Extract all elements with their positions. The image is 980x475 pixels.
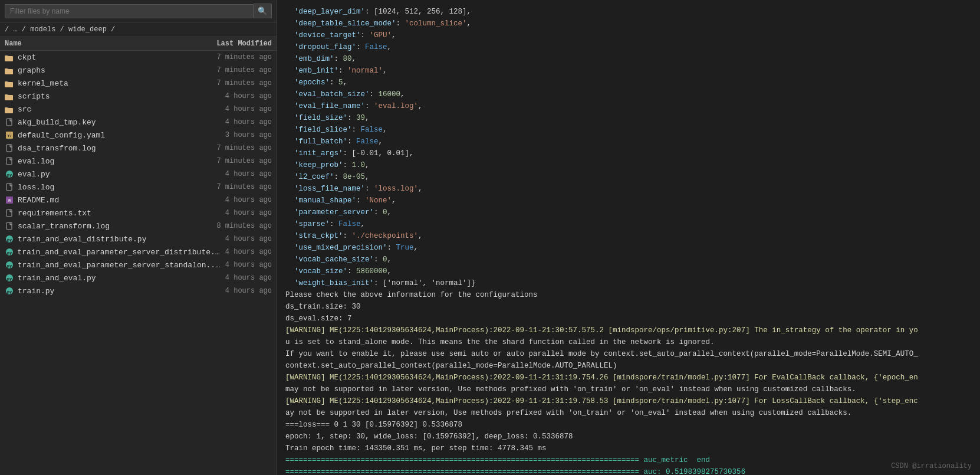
file-modified: 4 hours ago [221, 170, 272, 178]
svg-text:py: py [7, 277, 12, 281]
python-file-icon: py [5, 234, 14, 244]
file-name: loss.log [18, 183, 54, 192]
file-name: graphs [18, 66, 45, 75]
file-name: train.py [18, 287, 54, 296]
list-item[interactable]: requirements.txt4 hours ago [0, 207, 277, 220]
list-item[interactable]: py train_and_eval_distribute.py4 hours a… [0, 232, 277, 245]
python-file-icon: py [5, 260, 14, 270]
list-item[interactable]: py train_and_eval_parameter_server_stand… [0, 258, 277, 271]
file-name: README.md [18, 196, 59, 205]
python-file-icon: py [5, 286, 14, 296]
file-name: requirements.txt [18, 209, 91, 218]
svg-text:M: M [8, 198, 11, 202]
list-item[interactable]: ckpt7 minutes ago [0, 51, 277, 64]
file-icon [5, 156, 14, 166]
file-icon [5, 208, 14, 218]
list-item[interactable]: Y: default_config.yaml3 hours ago [0, 129, 277, 142]
folder-icon [5, 53, 14, 62]
svg-text:py: py [6, 251, 12, 255]
search-icon-button[interactable]: 🔍 [254, 4, 272, 18]
svg-rect-14 [5, 107, 8, 109]
file-modified: 4 hours ago [221, 105, 272, 113]
file-modified: 7 minutes ago [212, 53, 272, 61]
file-name: train_and_eval_distribute.py [18, 235, 146, 244]
file-name: dsa_transfrom.log [18, 144, 96, 153]
column-name: Name [5, 40, 22, 48]
list-item[interactable]: scripts4 hours ago [0, 90, 277, 103]
svg-rect-8 [5, 81, 8, 83]
list-item[interactable]: py eval.py4 hours ago [0, 168, 277, 181]
list-item[interactable]: py train_and_eval_parameter_server_distr… [0, 245, 277, 258]
search-input[interactable] [5, 4, 254, 18]
file-name: akg_build_tmp.key [18, 118, 96, 127]
file-modified: 4 hours ago [221, 118, 272, 126]
file-modified: 4 hours ago [221, 196, 272, 204]
folder-icon [5, 91, 14, 101]
markdown-file-icon: M [5, 195, 14, 205]
console-output: 'deep_layer_dim': [1024, 512, 256, 128],… [277, 0, 980, 475]
svg-rect-5 [5, 68, 8, 70]
svg-text:py: py [7, 173, 12, 178]
file-name: eval.log [18, 157, 54, 166]
console-text: 'deep_layer_dim': [1024, 512, 256, 128],… [285, 6, 972, 475]
file-modified: 3 hours ago [221, 131, 272, 139]
python-file-icon: py [5, 169, 14, 179]
file-modified: 4 hours ago [221, 248, 272, 256]
file-modified: 4 hours ago [221, 261, 272, 269]
search-bar: 🔍 [0, 0, 277, 22]
file-modified: 4 hours ago [221, 274, 272, 282]
file-name: scripts [18, 92, 50, 101]
list-item[interactable]: akg_build_tmp.key4 hours ago [0, 116, 277, 129]
file-modified: 7 minutes ago [212, 157, 272, 165]
svg-text:Y:: Y: [8, 134, 12, 137]
file-explorer-panel: 🔍 / … / models / wide_deep / Name Last M… [0, 0, 277, 475]
svg-rect-2 [5, 55, 8, 57]
list-item[interactable]: py train_and_eval.py4 hours ago [0, 271, 277, 284]
file-name: src [18, 105, 31, 114]
file-modified: 7 minutes ago [212, 79, 272, 87]
list-item[interactable]: kernel_meta7 minutes ago [0, 77, 277, 90]
file-icon [5, 182, 14, 192]
watermark: CSDN @irrationality [891, 462, 972, 470]
file-modified: 4 hours ago [221, 92, 272, 100]
file-name: eval.py [18, 170, 50, 179]
python-file-icon: py [5, 247, 14, 257]
file-modified: 7 minutes ago [212, 66, 272, 74]
file-icon [5, 143, 14, 153]
list-item[interactable]: graphs7 minutes ago [0, 64, 277, 77]
folder-icon [5, 78, 14, 88]
file-icon [5, 117, 14, 127]
list-item[interactable]: py train.py4 hours ago [0, 284, 277, 297]
file-name: train_and_eval.py [18, 274, 96, 283]
list-item[interactable]: loss.log7 minutes ago [0, 181, 277, 194]
file-name: train_and_eval_parameter_server_standalo… [18, 261, 221, 270]
file-name: ckpt [18, 53, 36, 62]
list-item[interactable]: scalar_transform.log8 minutes ago [0, 220, 277, 232]
python-file-icon: py [5, 273, 14, 283]
list-item[interactable]: eval.log7 minutes ago [0, 155, 277, 168]
file-modified: 7 minutes ago [212, 144, 272, 152]
file-modified: 4 hours ago [221, 209, 272, 217]
file-name: kernel_meta [18, 79, 68, 88]
svg-text:py: py [7, 264, 12, 268]
folder-icon [5, 104, 14, 114]
column-last-modified: Last Modified [216, 40, 272, 48]
list-item[interactable]: dsa_transfrom.log7 minutes ago [0, 142, 277, 155]
file-modified: 8 minutes ago [212, 222, 272, 230]
svg-rect-11 [5, 94, 8, 96]
list-item[interactable]: src4 hours ago [0, 103, 277, 116]
svg-text:py: py [7, 238, 12, 243]
file-name: scalar_transform.log [18, 222, 110, 231]
folder-icon [5, 65, 14, 75]
list-item[interactable]: M README.md4 hours ago [0, 194, 277, 207]
file-list-header: Name Last Modified [0, 37, 277, 51]
file-modified: 7 minutes ago [212, 183, 272, 191]
file-name: train_and_eval_parameter_server_distribu… [17, 248, 220, 257]
breadcrumb: / … / models / wide_deep / [0, 22, 277, 37]
file-list: ckpt7 minutes ago graphs7 minutes ago ke… [0, 51, 277, 475]
file-modified: 4 hours ago [221, 235, 272, 243]
file-name: default_config.yaml [18, 131, 105, 140]
file-icon [5, 221, 14, 231]
breadcrumb-text: / … / models / wide_deep / [5, 25, 115, 34]
file-modified: 4 hours ago [221, 287, 272, 295]
